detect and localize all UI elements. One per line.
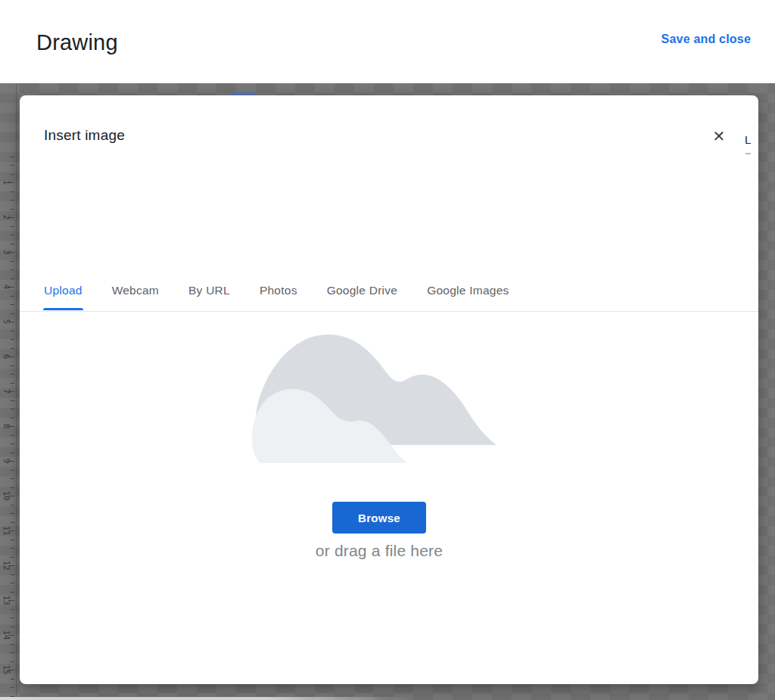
ruler-tick-minor [11, 478, 14, 479]
ruler-tick-minor [11, 400, 14, 401]
ruler: 123456789101112131415 [0, 83, 17, 700]
ruler-tick-minor [11, 157, 14, 157]
ruler-tick-minor [11, 261, 14, 262]
ruler-number: 7 [1, 384, 11, 399]
ruler-tick-minor [11, 374, 14, 375]
ruler-tick-minor [11, 296, 14, 297]
ruler-tick-minor [11, 574, 14, 575]
canvas-edge-highlight [0, 697, 409, 700]
ruler-number: 11 [1, 523, 11, 538]
save-and-close-button[interactable]: Save and close [661, 33, 751, 46]
ruler-number: 8 [1, 418, 11, 434]
ruler-number: 12 [1, 558, 11, 573]
screen: 123456789101112131415 Drawing Save and c… [0, 0, 775, 700]
ruler-tick-minor [11, 470, 14, 471]
ruler-tick-minor [11, 435, 14, 436]
ruler-number: 13 [1, 593, 11, 608]
ruler-number: 2 [1, 210, 11, 225]
ruler-tick-minor [11, 191, 14, 192]
ruler-tick-minor [11, 165, 14, 166]
ruler-number: 6 [1, 349, 11, 364]
ruler-number: 15 [1, 662, 11, 677]
ruler-tick-minor [11, 540, 14, 540]
ruler-tick-minor [11, 443, 14, 444]
ruler-tick-minor [11, 644, 14, 645]
ruler-number: 5 [1, 314, 11, 329]
tab-webcam[interactable]: Webcam [112, 269, 159, 311]
ruler-tick-minor [11, 269, 14, 270]
ruler-tick-minor [11, 618, 14, 618]
ruler-tick-minor [11, 679, 14, 680]
ruler-tick-minor [11, 235, 14, 235]
ruler-tick-minor [11, 687, 14, 688]
ruler-number: 9 [1, 453, 11, 468]
ruler-number: 14 [1, 627, 11, 642]
tab-google-drive[interactable]: Google Drive [327, 269, 397, 311]
tab-photos[interactable]: Photos [260, 269, 297, 311]
ruler-tick-minor [11, 304, 14, 305]
ruler-number: 3 [1, 244, 11, 260]
tab-bar: UploadWebcamBy URLPhotosGoogle DriveGoog… [20, 269, 758, 312]
close-icon[interactable]: ✕ [708, 126, 730, 147]
dialog-title: Insert image [44, 127, 125, 144]
ruler-tick-minor [11, 513, 14, 514]
ruler-tick-minor [11, 200, 14, 201]
page-title: Drawing [36, 30, 118, 55]
ruler-number: 10 [1, 488, 11, 503]
ruler-tick-minor [11, 583, 14, 583]
ruler-number: 4 [1, 279, 11, 294]
tab-upload[interactable]: Upload [44, 269, 82, 311]
cloud-upload-illustration [251, 327, 510, 463]
ruler-tick-minor [11, 609, 14, 610]
tab-by-url[interactable]: By URL [188, 269, 230, 311]
ruler-tick-minor [11, 548, 14, 549]
ruler-tick-minor [11, 366, 14, 366]
ruler-tick-minor [11, 226, 14, 227]
ruler-number: 1 [1, 175, 11, 190]
browse-button[interactable]: Browse [332, 502, 426, 534]
drag-file-hint: or drag a file here [266, 542, 493, 560]
ruler-tick-minor [11, 652, 14, 653]
ruler-tick-minor [11, 409, 14, 409]
tab-google-images[interactable]: Google Images [427, 269, 509, 311]
app-header: Drawing Save and close [0, 0, 775, 83]
ruler-tick-minor [11, 331, 14, 331]
stray-canvas-glyph: L [745, 133, 751, 146]
stray-canvas-mark [745, 153, 751, 154]
ruler-tick-minor [11, 505, 14, 506]
insert-image-dialog: Insert image ✕ L UploadWebcamBy URLPhoto… [20, 95, 758, 684]
active-tab-underline [43, 308, 83, 310]
ruler-tick-minor [11, 339, 14, 340]
